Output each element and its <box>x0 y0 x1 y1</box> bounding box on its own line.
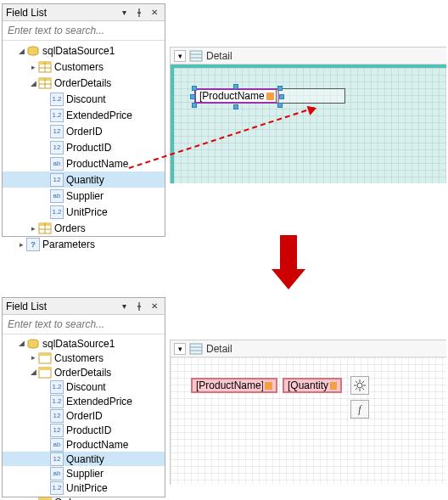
tree-field-unitprice[interactable]: 1.2UnitPrice <box>3 204 165 220</box>
tree-table-customers[interactable]: ▸Customers <box>3 59 165 75</box>
field-decimal-icon: 1.2 <box>50 205 64 219</box>
tree-field-extendedprice[interactable]: 1.2ExtendedPrice <box>3 394 165 408</box>
pin-icon[interactable] <box>132 300 146 313</box>
chevron-right-icon: ▸ <box>16 240 26 249</box>
search-input[interactable] <box>3 315 165 334</box>
field-int-icon: 12 <box>50 173 64 187</box>
band-label: Detail <box>206 50 232 62</box>
sel-handle[interactable] <box>233 84 238 89</box>
tree: ◢sqlDataSource1 ▸Customers ◢OrderDetails… <box>3 41 165 256</box>
tree-field-quantity[interactable]: 12Quantity <box>3 452 165 466</box>
tree-table-orderdetails[interactable]: ◢OrderDetails <box>3 75 165 91</box>
designer-surface-bottom: ▾ Detail [ProductName] [Quantity] f <box>170 340 446 485</box>
smart-tag-gear-button[interactable] <box>350 376 369 395</box>
database-icon <box>26 337 40 351</box>
panel-header: Field List ▾ ✕ <box>3 4 165 21</box>
tree-parameters[interactable]: ▸?Parameters <box>3 236 165 252</box>
control-text: [ProductName] <box>199 90 265 102</box>
tree-field-extendedprice[interactable]: 1.2ExtendedPrice <box>3 107 165 123</box>
band-icon <box>189 49 203 63</box>
table-icon <box>38 496 52 501</box>
pin-icon[interactable] <box>132 6 146 20</box>
drop-target-outline <box>276 88 345 104</box>
smart-tag-expression-button[interactable]: f <box>350 400 369 419</box>
panel-title: Field List <box>6 7 117 19</box>
sel-handle[interactable] <box>233 104 238 110</box>
tree: ◢sqlDataSource1 ▸Customers ◢OrderDetails… <box>3 334 165 500</box>
tree-datasource[interactable]: ◢sqlDataSource1 <box>3 42 165 59</box>
svg-line-34 <box>356 388 357 390</box>
table-icon <box>38 222 52 235</box>
sel-handle[interactable] <box>190 94 195 99</box>
svg-line-31 <box>356 381 357 383</box>
chevron-right-icon: ▸ <box>28 63 38 71</box>
field-int-icon: 12 <box>50 141 64 154</box>
tree-field-quantity[interactable]: 12Quantity <box>3 171 165 188</box>
svg-rect-20 <box>39 368 51 370</box>
table-icon <box>38 351 52 365</box>
designer-surface-top: ▾ Detail [ProductName] <box>170 47 446 183</box>
tree-datasource[interactable]: ◢sqlDataSource1 <box>3 336 165 351</box>
sel-handle[interactable] <box>192 86 197 91</box>
field-int-icon: 12 <box>50 125 64 138</box>
svg-line-32 <box>362 388 364 390</box>
smart-tag-icon[interactable] <box>265 382 272 390</box>
close-icon[interactable]: ✕ <box>148 300 161 313</box>
svg-rect-22 <box>39 497 51 500</box>
field-list-panel-top: Field List ▾ ✕ ◢sqlDataSource1 ▸Customer… <box>2 3 165 237</box>
chevron-down-icon: ◢ <box>28 79 38 87</box>
search-input[interactable] <box>3 21 165 41</box>
chevron-right-icon: ▸ <box>28 224 38 233</box>
tree-field-productname[interactable]: abProductName <box>3 437 165 452</box>
band-label: Detail <box>206 343 232 355</box>
table-icon <box>38 60 52 74</box>
panel-title: Field List <box>6 301 117 312</box>
tree-field-discount[interactable]: 1.2Discount <box>3 91 165 107</box>
tree-field-unitprice[interactable]: 1.2UnitPrice <box>3 480 165 495</box>
design-grid[interactable]: [ProductName] [Quantity] f <box>171 357 446 485</box>
tree-field-orderid[interactable]: 12OrderID <box>3 123 165 139</box>
tree-table-orderdetails[interactable]: ◢OrderDetails <box>3 365 165 379</box>
chevron-down-icon: ◢ <box>16 47 26 55</box>
control-quantity[interactable]: [Quantity] <box>283 378 342 393</box>
tree-field-supplier[interactable]: abSupplier <box>3 466 165 480</box>
field-string-icon: ab <box>50 157 64 171</box>
svg-rect-18 <box>39 353 51 356</box>
control-text: [Quantity] <box>288 379 328 391</box>
tree-field-productid[interactable]: 12ProductID <box>3 423 165 437</box>
parameter-icon: ? <box>26 238 40 251</box>
band-header[interactable]: ▾ Detail <box>171 48 446 65</box>
dropdown-icon[interactable]: ▾ <box>117 6 131 20</box>
tree-field-productid[interactable]: 12ProductID <box>3 139 165 155</box>
smart-tag-icon[interactable] <box>266 93 274 100</box>
sel-handle[interactable] <box>279 94 284 99</box>
close-icon[interactable]: ✕ <box>148 6 161 20</box>
band-header[interactable]: ▾ Detail <box>171 340 446 357</box>
sel-handle[interactable] <box>192 103 197 108</box>
band-icon <box>189 342 203 356</box>
tree-table-orders[interactable]: ▸Orders <box>3 495 165 500</box>
dropdown-icon[interactable]: ▾ <box>117 300 131 313</box>
field-decimal-icon: 1.2 <box>50 109 64 122</box>
svg-line-33 <box>362 381 364 383</box>
table-icon <box>38 366 52 379</box>
big-down-arrow <box>272 235 305 289</box>
tree-field-discount[interactable]: 1.2Discount <box>3 379 165 394</box>
design-grid[interactable]: [ProductName] <box>171 65 446 183</box>
tree-field-supplier[interactable]: abSupplier <box>3 188 165 204</box>
field-list-panel-bottom: Field List ▾ ✕ ◢sqlDataSource1 ▸Customer… <box>2 297 165 497</box>
tree-table-customers[interactable]: ▸Customers <box>3 351 165 365</box>
table-icon <box>38 76 52 90</box>
collapse-icon[interactable]: ▾ <box>174 343 186 355</box>
tree-table-orders[interactable]: ▸Orders <box>3 220 165 236</box>
database-icon <box>26 44 40 58</box>
sel-handle[interactable] <box>277 103 283 108</box>
smart-tag-icon[interactable] <box>330 382 337 390</box>
sel-handle[interactable] <box>277 86 283 91</box>
tree-field-orderid[interactable]: 12OrderID <box>3 408 165 423</box>
collapse-icon[interactable]: ▾ <box>174 50 186 62</box>
svg-rect-13 <box>190 51 202 61</box>
field-decimal-icon: 1.2 <box>50 93 64 106</box>
control-productname[interactable]: [ProductName] <box>194 88 279 104</box>
control-productname[interactable]: [ProductName] <box>191 378 277 393</box>
